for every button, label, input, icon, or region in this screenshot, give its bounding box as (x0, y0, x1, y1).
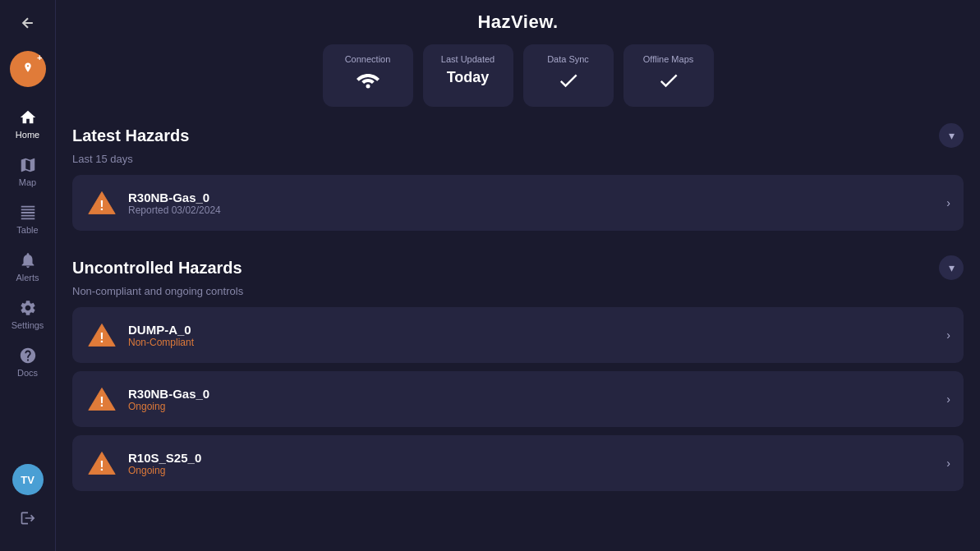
add-alert-button[interactable] (10, 51, 46, 87)
hazard-expand-icon-r30nb2: › (946, 393, 950, 406)
hazard-name-r10s: R10S_S25_0 (128, 451, 201, 465)
hazard-card-r30nb-2[interactable]: ! R30NB-Gas_0 Ongoing › (72, 371, 964, 427)
last-updated-value: Today (447, 69, 490, 86)
offline-maps-label: Offline Maps (643, 54, 694, 64)
hazard-name-r30nb: R30NB-Gas_0 (128, 191, 221, 204)
sidebar-item-docs[interactable]: Docs (0, 338, 55, 386)
svg-text:!: ! (99, 330, 104, 345)
data-sync-check-icon (557, 69, 580, 97)
hazard-card-left-dump: ! DUMP-A_0 Non-Compliant (85, 319, 194, 351)
sidebar-item-home[interactable]: Home (0, 100, 55, 148)
hazard-info-r10s: R10S_S25_0 Ongoing (128, 451, 201, 476)
hazard-status-r10s: Ongoing (128, 465, 201, 476)
hazard-card-left: ! R30NB-Gas_0 Reported 03/02/2024 (85, 186, 221, 219)
uncontrolled-hazards-title: Uncontrolled Hazards (72, 259, 242, 278)
svg-text:!: ! (99, 198, 104, 213)
sidebar-label-table: Table (16, 225, 38, 235)
hazard-card-r30nb[interactable]: ! R30NB-Gas_0 Reported 03/02/2024 › (72, 175, 964, 231)
status-card-data-sync: Data Sync (523, 44, 614, 107)
status-cards-row: Connection Last Updated Today Data Sync (56, 44, 980, 123)
hazard-name-dump: DUMP-A_0 (128, 323, 194, 337)
user-initials: TV (21, 474, 35, 486)
hazard-warning-icon-r10s: ! (85, 447, 118, 480)
sidebar-item-alerts[interactable]: Alerts (0, 243, 55, 291)
uncontrolled-hazards-header: Uncontrolled Hazards ▾ (72, 255, 964, 280)
connection-label: Connection (345, 54, 391, 64)
sidebar-label-alerts: Alerts (16, 273, 39, 282)
status-card-connection: Connection (323, 44, 413, 107)
sidebar: Home Map Table Alerts Settings Docs (0, 0, 56, 551)
uncontrolled-hazards-section: Uncontrolled Hazards ▾ Non-compliant and… (56, 255, 980, 516)
svg-text:!: ! (99, 394, 104, 409)
hazard-warning-icon-r30nb2: ! (85, 383, 118, 416)
svg-text:!: ! (99, 458, 104, 473)
hazard-card-left-r30nb2: ! R30NB-Gas_0 Ongoing (85, 383, 209, 416)
hazard-info-dump: DUMP-A_0 Non-Compliant (128, 323, 194, 348)
wifi-icon (355, 69, 381, 92)
hazard-info: R30NB-Gas_0 Reported 03/02/2024 (128, 191, 221, 216)
uncontrolled-hazards-subtitle: Non-compliant and ongoing controls (72, 285, 964, 297)
hazard-expand-icon: › (946, 196, 950, 209)
hazard-expand-icon-dump: › (946, 328, 950, 342)
hazard-status-r30nb2: Ongoing (128, 401, 209, 412)
hazard-card-left-r10s: ! R10S_S25_0 Ongoing (85, 447, 201, 480)
latest-hazards-title: Latest Hazards (72, 126, 189, 145)
hazard-date-r30nb: Reported 03/02/2024 (128, 204, 221, 216)
signout-button[interactable] (13, 503, 43, 536)
latest-hazards-section: Latest Hazards ▾ Last 15 days ! R30NB-Ga… (56, 123, 980, 255)
hazard-card-r10s[interactable]: ! R10S_S25_0 Ongoing › (72, 435, 964, 491)
latest-hazards-subtitle: Last 15 days (72, 153, 964, 165)
sidebar-label-settings: Settings (12, 320, 44, 330)
uncontrolled-hazards-expand-button[interactable]: ▾ (939, 255, 964, 280)
hazard-warning-icon: ! (85, 186, 118, 219)
sidebar-label-map: Map (19, 177, 36, 187)
sidebar-label-home: Home (16, 130, 39, 140)
sidebar-item-map[interactable]: Map (0, 148, 55, 195)
app-header: HazView. (56, 0, 980, 44)
sidebar-label-docs: Docs (17, 368, 38, 378)
last-updated-label: Last Updated (441, 54, 495, 64)
hazard-warning-icon-dump: ! (85, 319, 118, 351)
sidebar-item-table[interactable]: Table (0, 195, 55, 243)
status-card-last-updated: Last Updated Today (423, 44, 513, 107)
back-button[interactable] (13, 8, 43, 41)
hazard-expand-icon-r10s: › (946, 457, 950, 470)
offline-maps-check-icon (657, 69, 680, 97)
hazard-status-dump: Non-Compliant (128, 337, 194, 348)
hazard-card-dump-a[interactable]: ! DUMP-A_0 Non-Compliant › (72, 307, 964, 363)
status-card-offline-maps: Offline Maps (623, 44, 714, 107)
svg-point-0 (366, 85, 370, 89)
data-sync-label: Data Sync (547, 54, 589, 64)
main-content: HazView. Connection Last Updated Today D… (56, 0, 980, 551)
app-title: HazView. (477, 11, 558, 33)
latest-hazards-expand-button[interactable]: ▾ (939, 123, 964, 148)
latest-hazards-header: Latest Hazards ▾ (72, 123, 964, 148)
user-avatar[interactable]: TV (12, 464, 44, 495)
hazard-name-r30nb2: R30NB-Gas_0 (128, 387, 209, 401)
hazard-info-r30nb2: R30NB-Gas_0 Ongoing (128, 387, 209, 412)
sidebar-item-settings[interactable]: Settings (0, 291, 55, 338)
